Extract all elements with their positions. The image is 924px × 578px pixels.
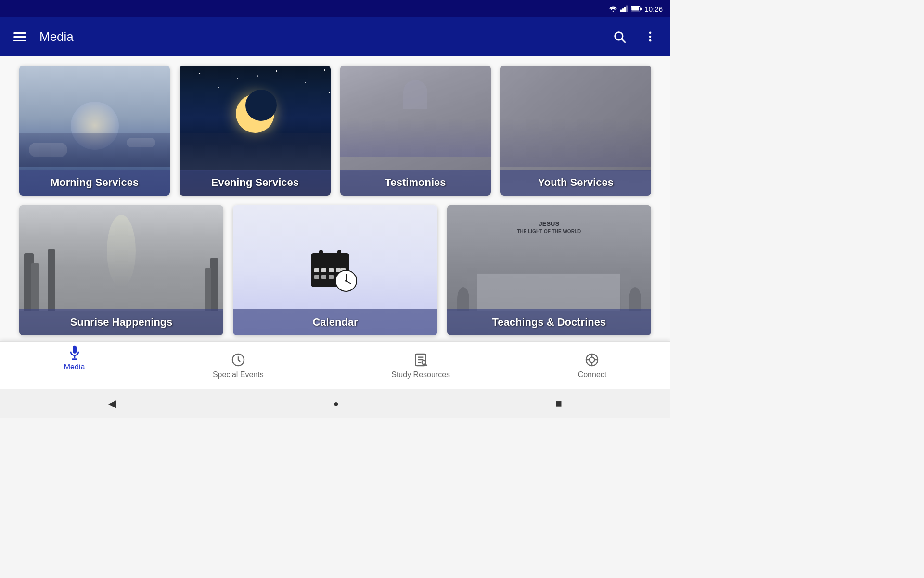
svg-rect-6	[640, 8, 642, 10]
study-resources-icon	[413, 352, 428, 368]
battery-icon	[631, 6, 642, 12]
svg-point-9	[649, 32, 652, 34]
svg-point-41	[590, 357, 595, 362]
back-icon: ◀	[108, 397, 116, 410]
nav-item-media[interactable]: Media	[54, 356, 95, 375]
star	[237, 78, 238, 79]
svg-rect-18	[329, 268, 334, 272]
svg-rect-17	[321, 268, 326, 272]
status-time: 10:26	[644, 5, 663, 13]
moon	[236, 94, 274, 133]
search-button[interactable]	[609, 26, 630, 47]
svg-rect-22	[321, 275, 326, 279]
svg-rect-31	[74, 356, 75, 358]
star	[218, 87, 219, 88]
nav-label-special-events: Special Events	[213, 370, 264, 379]
calendar-card[interactable]: Calendar	[233, 205, 437, 335]
recent-icon: ■	[555, 397, 562, 410]
morning-services-label: Morning Services	[19, 170, 170, 196]
svg-line-8	[622, 39, 625, 42]
star	[276, 70, 277, 72]
home-button[interactable]: ●	[334, 399, 339, 409]
nav-item-special-events[interactable]: Special Events	[203, 348, 273, 383]
calendar-label: Calendar	[233, 309, 437, 335]
mic-icon	[67, 344, 82, 360]
calendar-svg-icon	[308, 246, 361, 294]
svg-rect-23	[329, 275, 334, 279]
grid-row-2: Sunrise Happenings	[19, 205, 651, 335]
main-content: Morning Services	[0, 56, 670, 341]
svg-rect-14	[319, 250, 323, 259]
android-nav: ◀ ● ■	[0, 389, 670, 418]
svg-rect-13	[311, 253, 349, 265]
nav-label-media: Media	[64, 363, 85, 371]
svg-point-10	[649, 36, 652, 38]
grid-row-1: Morning Services	[19, 66, 651, 196]
app-bar-right	[609, 26, 661, 47]
svg-rect-15	[337, 250, 341, 259]
svg-rect-0	[620, 10, 622, 12]
star	[305, 82, 306, 83]
teachings-doctrines-card[interactable]: JESUS THE LIGHT OF THE WORLD Teachings &…	[447, 205, 651, 335]
sunrise-happenings-card[interactable]: Sunrise Happenings	[19, 205, 223, 335]
svg-rect-32	[72, 358, 77, 360]
evening-services-label: Evening Services	[180, 170, 330, 196]
hamburger-icon	[13, 32, 26, 41]
youth-services-card[interactable]: Youth Services	[500, 66, 651, 196]
nav-label-study-resources: Study Resources	[391, 370, 450, 379]
app-bar-title: Media	[39, 29, 74, 44]
back-button[interactable]: ◀	[108, 397, 116, 410]
recent-button[interactable]: ■	[555, 397, 562, 410]
nav-item-study-resources[interactable]: Study Resources	[382, 348, 460, 383]
star	[199, 73, 200, 74]
status-bar: 10:26	[0, 0, 670, 17]
more-icon	[643, 30, 657, 43]
testimonies-label: Testimonies	[340, 170, 491, 196]
testimonies-card[interactable]: Testimonies	[340, 66, 491, 196]
evening-services-card[interactable]: Evening Services	[180, 66, 330, 196]
status-icons: 10:26	[609, 5, 663, 13]
svg-rect-21	[314, 275, 319, 279]
app-bar-left: Media	[10, 28, 74, 45]
home-icon: ●	[334, 399, 339, 409]
nav-item-connect[interactable]: Connect	[568, 348, 616, 383]
more-button[interactable]	[640, 26, 661, 47]
svg-rect-5	[632, 7, 640, 10]
special-events-icon	[231, 352, 246, 368]
sunrise-happenings-label: Sunrise Happenings	[19, 309, 223, 335]
svg-point-38	[422, 360, 426, 364]
connect-icon	[584, 352, 600, 368]
signal-icon	[620, 5, 628, 12]
svg-rect-1	[622, 8, 624, 12]
wifi-icon	[609, 5, 617, 12]
star	[329, 92, 330, 93]
svg-rect-2	[624, 7, 626, 12]
bottom-nav: Media Special Events Study Resources	[0, 341, 670, 389]
nav-label-connect: Connect	[578, 370, 607, 379]
night-horizon	[180, 133, 330, 171]
youth-services-label: Youth Services	[500, 170, 651, 196]
svg-rect-30	[73, 345, 77, 353]
app-bar: Media	[0, 17, 670, 56]
svg-point-11	[649, 39, 652, 42]
horizon	[19, 133, 170, 167]
svg-rect-3	[626, 6, 628, 12]
svg-rect-16	[314, 268, 319, 272]
morning-services-card[interactable]: Morning Services	[19, 66, 170, 196]
menu-button[interactable]	[10, 28, 30, 45]
search-icon	[613, 30, 626, 43]
star	[257, 75, 258, 77]
teachings-doctrines-label: Teachings & Doctrines	[447, 309, 651, 335]
star	[324, 69, 325, 71]
